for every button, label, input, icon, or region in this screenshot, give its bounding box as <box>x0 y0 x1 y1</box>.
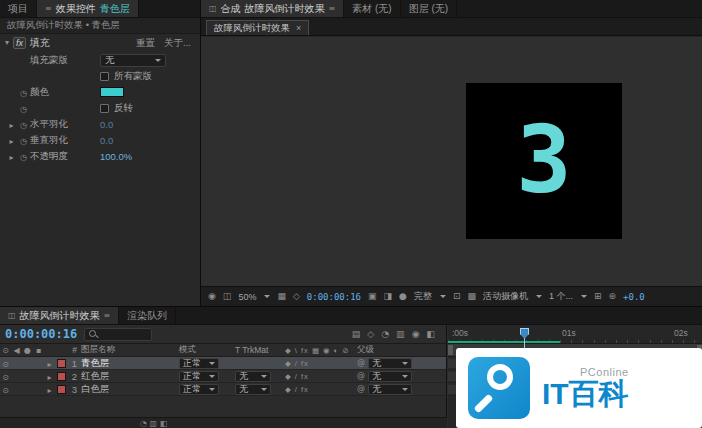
timeline-toggle-buttons[interactable]: ◔ ▥ ◧ <box>140 420 167 428</box>
eye-icon[interactable]: ⊙ <box>2 361 9 369</box>
current-time-display[interactable]: 0:00:00:16 <box>307 292 361 302</box>
tab-composition-prefix: 合成 <box>221 2 241 16</box>
tab-layer[interactable]: 图层 (无) <box>401 0 457 17</box>
parent-dropdown[interactable]: 无 <box>368 358 412 369</box>
expander-icon[interactable]: ▸ <box>9 154 13 162</box>
composition-viewer[interactable]: 3 <box>201 37 702 286</box>
layer-switches[interactable]: ◆ / fx <box>285 359 357 368</box>
stopwatch-icon[interactable]: ◷ <box>20 138 27 146</box>
parent-value: 无 <box>372 370 381 383</box>
layer-name[interactable]: 青色层 <box>81 357 179 370</box>
table-row[interactable]: ⊙ ▸ 3 白色层 正常 <box>0 383 446 396</box>
graph-editor-icon[interactable]: ◧ <box>426 330 435 339</box>
primary-viewer-icon[interactable]: ◫ <box>223 292 232 301</box>
tab-timeline-comp[interactable]: ◫ 故障风倒计时效果 ≡ <box>0 307 119 324</box>
trkmat-dropdown[interactable]: 无 <box>235 371 271 382</box>
layer-switches-header: ◆ \ fx ▦ ◉ ◐ ⊘ <box>285 346 357 355</box>
mini-flowchart-icon[interactable]: ▤ <box>352 330 361 339</box>
tab-footage[interactable]: 素材 (无) <box>344 0 400 17</box>
col-mode: 模式 <box>179 344 235 356</box>
view-layout-dropdown[interactable]: 1 个... <box>549 290 587 303</box>
mode-value: 正常 <box>183 370 201 383</box>
pixel-aspect-icon[interactable]: ⊞ <box>594 292 602 301</box>
frame-blending-icon[interactable]: ▥ <box>396 330 405 339</box>
layer-name[interactable]: 白色层 <box>81 383 179 396</box>
viewer-tab-comp[interactable]: 故障风倒计时效果 × <box>206 20 309 35</box>
chevron-down-icon <box>581 295 587 298</box>
motion-blur-icon[interactable]: ◉ <box>412 330 420 339</box>
v-feather-value[interactable]: 0.0 <box>100 135 113 146</box>
h-feather-value[interactable]: 0.0 <box>100 119 113 130</box>
tab-render-queue[interactable]: 渲染队列 <box>119 307 176 324</box>
panel-menu-icon[interactable]: ≡ <box>104 312 111 320</box>
shy-icon[interactable]: ◔ <box>381 330 389 339</box>
channels-icon[interactable]: ● <box>399 292 407 301</box>
mode-dropdown[interactable]: 正常 <box>179 371 219 382</box>
grid-options-icon[interactable]: ▦ <box>277 292 286 301</box>
layer-list-header: ⊙ ◀ ● ▪ # 图层名称 模式 T TrkMat ◆ \ fx ▦ ◉ ◐ … <box>0 344 446 357</box>
mask-visibility-icon[interactable]: ◇ <box>293 292 300 301</box>
expander-icon[interactable]: ▸ <box>47 387 51 395</box>
layer-color-chip[interactable] <box>57 385 66 394</box>
layer-switches[interactable]: ◆ / fx <box>285 372 357 381</box>
panel-menu-icon[interactable]: ≡ <box>45 5 52 13</box>
region-of-interest-icon[interactable]: ⊡ <box>453 292 461 301</box>
chevron-down-icon <box>209 362 215 365</box>
expander-icon[interactable]: ▸ <box>9 138 13 146</box>
tab-composition[interactable]: ◫ 合成 故障风倒计时效果 ≡ <box>201 0 344 17</box>
pickwhip-icon[interactable]: @ <box>357 372 365 380</box>
pickwhip-icon[interactable]: @ <box>357 385 365 393</box>
opacity-value[interactable]: 100.0% <box>100 151 132 162</box>
tab-project[interactable]: 项目 <box>0 0 37 17</box>
snapshot-camera-icon[interactable]: ▣ <box>368 292 377 301</box>
exposure-value[interactable]: +0.0 <box>623 292 645 302</box>
mode-dropdown[interactable]: 正常 <box>179 384 219 395</box>
current-time-field[interactable]: 0:00:00:16 <box>5 327 77 341</box>
zoom-level-dropdown[interactable]: 50% <box>238 292 270 302</box>
layer-switches[interactable]: ◆ / fx <box>285 385 357 394</box>
close-icon[interactable]: × <box>296 23 301 33</box>
panel-icon: ◫ <box>8 312 16 320</box>
about-button[interactable]: 关于... <box>164 37 191 50</box>
invert-checkbox[interactable] <box>100 104 109 113</box>
time-ruler[interactable]: :00s 01s 02s <box>448 325 702 344</box>
mode-dropdown[interactable]: 正常 <box>179 358 219 369</box>
panel-menu-icon[interactable]: ≡ <box>329 5 336 13</box>
expander-open-icon[interactable]: ▾ <box>5 39 9 47</box>
stopwatch-icon[interactable]: ◷ <box>20 154 27 162</box>
resolution-dropdown[interactable]: 完整 <box>414 290 446 303</box>
expander-icon[interactable]: ▸ <box>47 374 51 382</box>
fast-previews-icon[interactable]: ⊛ <box>609 292 617 301</box>
parent-dropdown[interactable]: 无 <box>368 371 412 382</box>
stopwatch-icon[interactable]: ◷ <box>20 106 27 114</box>
fill-mask-dropdown[interactable]: 无 <box>100 54 166 67</box>
reset-button[interactable]: 重置 <box>136 37 155 50</box>
search-input[interactable] <box>84 328 152 341</box>
table-row[interactable]: ⊙ ▸ 2 红色层 正常 <box>0 370 446 383</box>
chevron-down-icon <box>155 59 161 62</box>
transparency-grid-icon[interactable]: ▩ <box>467 292 476 301</box>
color-swatch[interactable] <box>100 87 124 97</box>
stopwatch-icon[interactable]: ◷ <box>20 90 27 98</box>
color-row: ◷ 颜色 <box>0 84 200 100</box>
parent-dropdown[interactable]: 无 <box>368 384 412 395</box>
stopwatch-icon[interactable]: ◷ <box>20 122 27 130</box>
expander-icon[interactable]: ▸ <box>9 122 13 130</box>
layer-color-chip[interactable] <box>57 359 66 368</box>
invert-label: 反转 <box>114 102 133 115</box>
tab-effect-controls[interactable]: ≡ 效果控件 青色层 <box>37 0 139 17</box>
camera-view-dropdown[interactable]: 活动摄像机 <box>483 290 542 303</box>
all-masks-checkbox[interactable] <box>100 72 109 81</box>
layer-name[interactable]: 红色层 <box>81 370 179 383</box>
always-preview-icon[interactable]: ◉ <box>208 292 216 301</box>
expander-icon[interactable]: ▸ <box>47 361 51 369</box>
pickwhip-icon[interactable]: @ <box>357 359 365 367</box>
effect-name[interactable]: 填充 <box>30 36 50 50</box>
layer-color-chip[interactable] <box>57 372 66 381</box>
eye-icon[interactable]: ⊙ <box>2 387 9 395</box>
show-snapshot-icon[interactable]: ◨ <box>384 292 393 301</box>
trkmat-dropdown[interactable]: 无 <box>235 384 271 395</box>
eye-icon[interactable]: ⊙ <box>2 374 9 382</box>
draft-3d-icon[interactable]: ◇ <box>367 330 374 339</box>
table-row[interactable]: ⊙ ▸ 1 青色层 正常 ◆ / fx <box>0 357 446 370</box>
